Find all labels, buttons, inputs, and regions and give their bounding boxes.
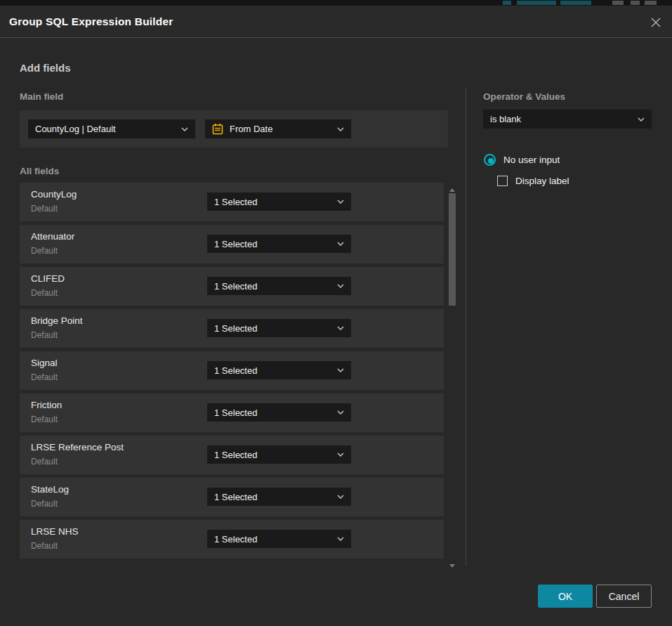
panel-divider bbox=[466, 88, 466, 566]
field-selection-value: 1 Selected bbox=[214, 450, 337, 460]
main-field-label: Main field bbox=[20, 91, 63, 102]
field-selection-value: 1 Selected bbox=[214, 281, 337, 292]
field-type-label: Default bbox=[31, 330, 58, 340]
group-sql-expression-builder-dialog: Group SQL Expression Builder Add fields … bbox=[0, 6, 672, 626]
fields-scrollbar bbox=[447, 180, 457, 572]
operator-values-heading: Operator & Values bbox=[483, 91, 565, 102]
field-selection-dropdown[interactable]: 1 Selected bbox=[207, 361, 351, 379]
background-app-fragment bbox=[631, 1, 640, 5]
field-name: CLIFED bbox=[31, 273, 65, 284]
field-row: Friction Default 1 Selected bbox=[20, 393, 444, 432]
field-row: Bridge Point Default 1 Selected bbox=[20, 309, 444, 348]
background-app-fragment bbox=[645, 1, 657, 5]
field-type-label: Default bbox=[31, 415, 58, 424]
chevron-down-icon bbox=[337, 127, 344, 131]
field-selection-dropdown[interactable]: 1 Selected bbox=[207, 403, 351, 422]
field-name: LRSE Reference Post bbox=[31, 442, 124, 452]
field-selection-value: 1 Selected bbox=[214, 239, 337, 249]
field-name: Signal bbox=[31, 358, 58, 368]
all-fields-list: CountyLog Default 1 Selected Attenuator … bbox=[20, 183, 444, 562]
background-app-fragment bbox=[503, 1, 511, 5]
field-name: StateLog bbox=[31, 484, 69, 495]
field-type-label: Default bbox=[31, 204, 58, 214]
field-row: LRSE NHS Default 1 Selected bbox=[20, 520, 444, 559]
scroll-up-arrow[interactable] bbox=[449, 188, 455, 192]
main-field-layer-value: CountyLog | Default bbox=[35, 124, 181, 134]
chevron-down-icon bbox=[337, 200, 344, 204]
scroll-down-arrow[interactable] bbox=[449, 564, 455, 568]
field-selection-value: 1 Selected bbox=[214, 407, 337, 418]
radio-button-icon bbox=[484, 154, 496, 166]
chevron-down-icon bbox=[337, 242, 344, 246]
field-name: Attenuator bbox=[31, 231, 74, 242]
background-app-fragment bbox=[612, 1, 624, 5]
field-name: Friction bbox=[31, 400, 62, 410]
add-fields-heading: Add fields bbox=[20, 62, 71, 74]
field-name: LRSE NHS bbox=[31, 526, 79, 537]
field-selection-dropdown[interactable]: 1 Selected bbox=[207, 488, 351, 506]
scrollbar-thumb[interactable] bbox=[449, 193, 456, 306]
field-row: CLIFED Default 1 Selected bbox=[20, 267, 444, 306]
field-selection-value: 1 Selected bbox=[214, 365, 337, 376]
background-app-fragment bbox=[560, 1, 591, 5]
field-selection-dropdown[interactable]: 1 Selected bbox=[207, 235, 351, 253]
field-type-label: Default bbox=[31, 372, 58, 382]
field-type-label: Default bbox=[31, 499, 58, 509]
all-fields-label: All fields bbox=[20, 166, 59, 176]
field-type-label: Default bbox=[31, 541, 58, 551]
operator-select-value: is blank bbox=[490, 114, 638, 124]
dialog-title: Group SQL Expression Builder bbox=[9, 6, 173, 38]
no-user-input-label: No user input bbox=[503, 155, 560, 165]
field-type-label: Default bbox=[31, 246, 58, 256]
chevron-down-icon bbox=[337, 326, 344, 330]
field-selection-value: 1 Selected bbox=[214, 197, 337, 207]
field-selection-dropdown[interactable]: 1 Selected bbox=[207, 319, 351, 337]
dialog-header: Group SQL Expression Builder bbox=[0, 6, 672, 38]
field-selection-dropdown[interactable]: 1 Selected bbox=[207, 530, 351, 548]
field-row: Attenuator Default 1 Selected bbox=[20, 225, 444, 263]
field-row: Signal Default 1 Selected bbox=[20, 351, 444, 390]
field-selection-dropdown[interactable]: 1 Selected bbox=[207, 193, 351, 211]
main-field-date-select[interactable]: From Date bbox=[205, 119, 351, 138]
display-label-text: Display label bbox=[515, 176, 569, 186]
field-type-label: Default bbox=[31, 288, 58, 298]
chevron-down-icon bbox=[337, 284, 344, 288]
field-selection-value: 1 Selected bbox=[214, 492, 337, 502]
field-selection-dropdown[interactable]: 1 Selected bbox=[207, 277, 351, 295]
field-type-label: Default bbox=[31, 457, 58, 467]
field-selection-dropdown[interactable]: 1 Selected bbox=[207, 445, 351, 464]
field-row: LRSE Reference Post Default 1 Selected bbox=[20, 436, 444, 474]
field-row: CountyLog Default 1 Selected bbox=[20, 183, 444, 221]
chevron-down-icon bbox=[337, 537, 344, 541]
main-field-panel: CountyLog | Default From Date bbox=[20, 110, 448, 148]
checkbox-icon bbox=[497, 176, 508, 186]
field-row: StateLog Default 1 Selected bbox=[20, 478, 444, 516]
operator-select[interactable]: is blank bbox=[483, 110, 652, 129]
calendar-date-icon bbox=[212, 123, 223, 135]
field-selection-value: 1 Selected bbox=[214, 534, 337, 545]
field-selection-value: 1 Selected bbox=[214, 323, 337, 334]
close-icon bbox=[650, 17, 661, 28]
field-name: Bridge Point bbox=[31, 315, 83, 326]
field-name: CountyLog bbox=[31, 189, 77, 200]
main-field-layer-select[interactable]: CountyLog | Default bbox=[28, 119, 195, 138]
chevron-down-icon bbox=[337, 368, 344, 372]
chevron-down-icon bbox=[337, 452, 344, 457]
chevron-down-icon bbox=[638, 117, 645, 122]
cancel-button[interactable]: Cancel bbox=[596, 585, 652, 608]
display-label-checkbox[interactable]: Display label bbox=[497, 176, 569, 186]
main-field-date-value: From Date bbox=[230, 124, 337, 134]
chevron-down-icon bbox=[337, 495, 344, 499]
chevron-down-icon bbox=[181, 127, 188, 131]
background-app-fragment bbox=[517, 1, 556, 5]
no-user-input-radio[interactable]: No user input bbox=[484, 154, 560, 166]
close-button[interactable] bbox=[648, 15, 664, 30]
chevron-down-icon bbox=[337, 410, 344, 415]
ok-button[interactable]: OK bbox=[538, 585, 593, 608]
